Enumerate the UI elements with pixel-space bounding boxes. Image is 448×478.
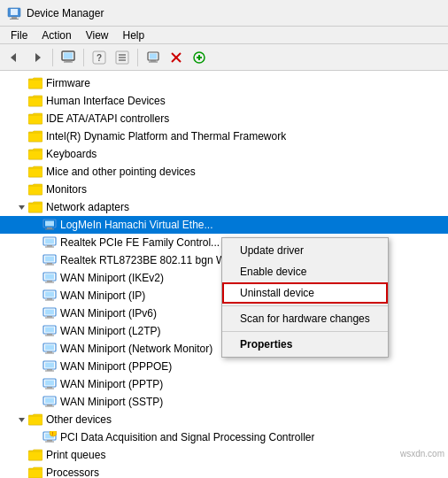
tree-item-keyboards[interactable]: Keyboards — [0, 145, 448, 163]
tree-item-intel[interactable]: Intel(R) Dynamic Platform and Thermal Fr… — [0, 127, 448, 145]
delete-button[interactable] — [166, 47, 187, 68]
device-icon-pci-data: ! — [42, 430, 57, 444]
expand-arrow-wan-pppoe — [28, 359, 42, 374]
svg-rect-25 — [28, 80, 42, 89]
device-icon-wan-ikev2 — [42, 271, 57, 285]
computer-button[interactable] — [58, 47, 79, 68]
context-menu-sep-sep2 — [222, 331, 388, 332]
list-button[interactable] — [112, 47, 133, 68]
svg-rect-19 — [149, 61, 158, 62]
context-menu-sep-sep1 — [222, 305, 388, 306]
svg-rect-83 — [45, 442, 54, 443]
svg-rect-63 — [45, 345, 54, 351]
forward-button[interactable] — [27, 47, 48, 68]
svg-rect-72 — [47, 387, 52, 389]
device-label-processors: Processors — [46, 466, 99, 478]
toolbar-sep-1 — [52, 49, 53, 66]
svg-rect-26 — [28, 97, 42, 106]
context-menu-item-uninstall-device[interactable]: Uninstall device — [222, 282, 388, 304]
device-label-other: Other devices — [46, 413, 112, 426]
svg-rect-53 — [45, 300, 54, 301]
tree-item-wan-pppoe[interactable]: WAN Miniport (PPPOE) — [0, 358, 448, 375]
device-icon-print — [28, 448, 42, 462]
context-menu: Update driverEnable deviceUninstall devi… — [221, 237, 389, 358]
svg-rect-57 — [45, 318, 54, 319]
device-label-print: Print queues — [46, 449, 105, 461]
expand-arrow-firmware — [14, 76, 28, 90]
menu-help[interactable]: Help — [116, 27, 152, 43]
expand-arrow-pci-data — [28, 430, 42, 444]
tree-item-network[interactable]: Network adapters — [0, 198, 448, 216]
tree-item-mice[interactable]: Mice and other pointing devices — [0, 163, 448, 181]
tree-item-print[interactable]: Print queues — [0, 446, 448, 464]
device-label-wan-sstp: WAN Miniport (SSTP) — [60, 396, 163, 408]
svg-rect-35 — [45, 221, 54, 227]
tree-item-hid[interactable]: Human Interface Devices — [0, 92, 448, 110]
svg-rect-79 — [28, 416, 42, 425]
svg-rect-37 — [45, 229, 54, 230]
device-label-wan-ikev2: WAN Miniport (IKEv2) — [60, 272, 164, 284]
svg-rect-61 — [45, 335, 54, 336]
device-label-hid: Human Interface Devices — [46, 95, 166, 107]
expand-arrow-monitors — [14, 182, 28, 197]
expand-arrow-realtek-802 — [28, 253, 42, 267]
svg-rect-67 — [45, 363, 54, 368]
tree-item-ide[interactable]: IDE ATA/ATAPI controllers — [0, 110, 448, 127]
expand-arrow-wan-netmon — [28, 342, 42, 356]
context-menu-item-enable-device[interactable]: Enable device — [222, 261, 388, 282]
svg-rect-45 — [45, 265, 54, 266]
device-label-ide: IDE ATA/ATAPI controllers — [46, 112, 169, 125]
device-icon-realtek-pcie — [42, 235, 57, 250]
device-label-wan-pptp: WAN Miniport (PPTP) — [60, 378, 163, 390]
device-icon-firmware — [28, 76, 42, 90]
svg-rect-52 — [47, 298, 52, 300]
device-button[interactable] — [143, 47, 164, 68]
menu-action[interactable]: Action — [35, 27, 78, 43]
menu-bar: File Action View Help — [0, 27, 448, 44]
menu-view[interactable]: View — [79, 27, 116, 43]
svg-rect-39 — [45, 239, 54, 244]
tree-item-processors[interactable]: Processors — [0, 464, 448, 478]
expand-arrow-print — [14, 448, 28, 462]
expand-arrow-other[interactable] — [14, 412, 28, 427]
tree-item-other[interactable]: Other devices — [0, 411, 448, 428]
svg-marker-78 — [19, 418, 25, 422]
back-button[interactable] — [4, 47, 25, 68]
svg-rect-64 — [47, 351, 52, 353]
tree-item-wan-pptp[interactable]: WAN Miniport (PPTP) — [0, 375, 448, 393]
device-icon-mice — [28, 165, 42, 179]
device-label-firmware: Firmware — [46, 77, 90, 89]
device-icon-network — [28, 200, 42, 214]
context-menu-item-scan-hardware[interactable]: Scan for hardware changes — [222, 308, 388, 329]
device-label-network: Network adapters — [46, 201, 129, 213]
svg-rect-65 — [45, 353, 54, 354]
app-icon — [7, 6, 21, 20]
tree-item-firmware[interactable]: Firmware — [0, 74, 448, 92]
menu-file[interactable]: File — [4, 27, 35, 43]
svg-rect-56 — [47, 316, 52, 318]
tree-item-logmein[interactable]: LogMeIn Hamachi Virtual Ethe... — [0, 216, 448, 234]
tree-item-monitors[interactable]: Monitors — [0, 181, 448, 198]
expand-arrow-logmein — [28, 218, 42, 232]
tree-item-wan-sstp[interactable]: WAN Miniport (SSTP) — [0, 393, 448, 411]
device-label-wan-l2tp: WAN Miniport (L2TP) — [60, 325, 161, 337]
expand-arrow-wan-pptp — [28, 377, 42, 391]
svg-rect-7 — [64, 52, 73, 58]
expand-arrow-wan-l2tp — [28, 324, 42, 338]
update-button[interactable] — [189, 47, 210, 68]
device-icon-realtek-802 — [42, 253, 57, 267]
svg-rect-1 — [11, 9, 18, 15]
device-icon-monitors — [28, 182, 42, 197]
device-label-logmein: LogMeIn Hamachi Virtual Ethe... — [60, 219, 213, 231]
context-menu-item-update-driver[interactable]: Update driver — [222, 240, 388, 261]
svg-rect-41 — [45, 247, 54, 248]
expand-arrow-network[interactable] — [14, 200, 28, 214]
svg-rect-51 — [45, 292, 54, 297]
toolbar: ? — [0, 44, 448, 71]
context-menu-item-properties[interactable]: Properties — [222, 334, 388, 355]
device-icon-processors — [28, 466, 42, 478]
title-bar: Device Manager — [0, 0, 448, 27]
device-label-wan-pppoe: WAN Miniport (PPPOE) — [60, 360, 172, 373]
help-button[interactable]: ? — [89, 47, 110, 68]
tree-item-pci-data[interactable]: !PCI Data Acquisition and Signal Process… — [0, 428, 448, 446]
